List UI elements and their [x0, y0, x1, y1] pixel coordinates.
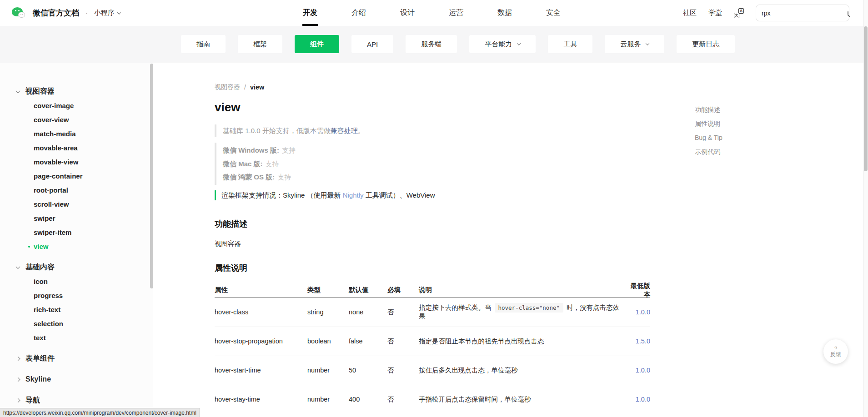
active-item-bullet [28, 246, 30, 248]
col-required: 必填 [387, 286, 419, 294]
nav-intro[interactable]: 介绍 [351, 0, 366, 26]
sidebar-item-text[interactable]: text [0, 331, 153, 345]
nightly-link[interactable]: Nightly [343, 191, 364, 199]
toc-feature[interactable]: 功能描述 [695, 103, 722, 117]
subnav-component[interactable]: 组件 [295, 35, 339, 53]
sidebar-item-rich-text[interactable]: rich-text [0, 303, 153, 317]
page-scrollbar-track[interactable] [863, 0, 868, 417]
question-icon: ? [834, 346, 837, 351]
attr-desc: 指定是否阻止本节点的祖先节点出现点击态 [419, 337, 625, 346]
sidebar-item-root-portal[interactable]: root-portal [0, 183, 153, 197]
wechat-logo-icon [12, 6, 28, 20]
sidebar-section-header[interactable]: 表单组件 [0, 351, 153, 366]
product-name: 小程序 [94, 9, 115, 17]
support-note: 基础库 1.0.0 开始支持，低版本需做兼容处理。 [215, 124, 681, 137]
col-default: 默认值 [349, 286, 387, 294]
sidebar-section-header[interactable]: Skyline [0, 372, 153, 387]
sidebar-section-form: 表单组件 [0, 351, 153, 366]
subnav-guide[interactable]: 指南 [181, 35, 226, 53]
subnav-cloud[interactable]: 云服务 [605, 35, 664, 53]
sidebar-item-selection[interactable]: selection [0, 317, 153, 331]
sidebar-item-scroll-view[interactable]: scroll-view [0, 197, 153, 211]
sidebar-item-movable-area[interactable]: movable-area [0, 141, 153, 155]
breadcrumb: 视图容器 / view [215, 83, 681, 91]
sidebar-item-icon[interactable]: icon [0, 274, 153, 288]
table-row: hover-start-time number 50 否 按住后多久出现点击态，… [215, 356, 650, 385]
breadcrumb-current: view [250, 84, 264, 91]
chevron-right-icon [16, 398, 20, 402]
attr-version-link[interactable]: 1.5.0 [625, 338, 650, 345]
toc-bug-tip[interactable]: Bug & Tip [695, 131, 722, 145]
subnav-changelog[interactable]: 更新日志 [677, 35, 735, 53]
sidebar-item-match-media[interactable]: match-media [0, 127, 153, 141]
sidebar-item-cover-view[interactable]: cover-view [0, 113, 153, 127]
feedback-button[interactable]: ? 反馈 [823, 339, 848, 364]
subnav-server[interactable]: 服务端 [406, 35, 457, 53]
attr-required: 否 [387, 337, 419, 346]
attr-type: boolean [307, 338, 349, 345]
chevron-right-icon [16, 356, 20, 361]
nav-security[interactable]: 安全 [546, 0, 561, 26]
col-version: 最低版本 [625, 282, 650, 299]
brand[interactable]: 微信官方文档 · 小程序 [12, 0, 120, 26]
sidebar-item-swiper-item[interactable]: swiper-item [0, 225, 153, 239]
toc-sample-code[interactable]: 示例代码 [695, 145, 722, 159]
translate-icon[interactable]: A 文 [734, 8, 744, 18]
sidebar-section-header[interactable]: 导航 [0, 393, 153, 407]
sidebar-item-page-container[interactable]: page-container [0, 169, 153, 183]
subnav-tools[interactable]: 工具 [548, 35, 592, 53]
sidebar-item-view[interactable]: view [0, 239, 153, 253]
platform-line-mac: 微信 Mac 版:支持 [223, 157, 681, 171]
page-scrollbar-thumb[interactable] [864, 26, 868, 171]
sidebar-section-basic-content: 基础内容 icon progress rich-text selection t… [0, 260, 153, 345]
link-preview-statusbar: https://developers.weixin.qq.com/minipro… [0, 408, 200, 417]
subnav-framework[interactable]: 框架 [238, 35, 282, 53]
render-framework-note: 渲染框架支持情况：Skyline （使用最新 Nightly 工具调试）、Web… [215, 190, 681, 200]
attr-required: 否 [387, 395, 419, 404]
nav-design[interactable]: 设计 [400, 0, 415, 26]
feature-body: 视图容器 [215, 239, 681, 248]
sidebar-item-movable-view[interactable]: movable-view [0, 155, 153, 169]
chevron-down-icon [646, 41, 649, 45]
subnav-platform[interactable]: 平台能力 [469, 35, 536, 53]
table-row: hover-class string none 否 指定按下去的样式类。当hov… [215, 298, 650, 327]
product-switcher[interactable]: 小程序 [94, 9, 120, 17]
platform-support-block: 微信 Windows 版:支持 微信 Mac 版:支持 微信 鸿蒙 OS 版:支… [215, 143, 681, 185]
search-input[interactable] [762, 10, 844, 17]
sidebar-item-progress[interactable]: progress [0, 288, 153, 303]
search-icon[interactable] [848, 11, 848, 15]
nav-data[interactable]: 数据 [497, 0, 512, 26]
col-attr: 属性 [215, 286, 307, 294]
attr-version-link[interactable]: 1.0.0 [625, 308, 650, 316]
toc-attributes[interactable]: 属性说明 [695, 117, 722, 131]
attr-type: number [307, 367, 349, 374]
platform-line-harmony: 微信 鸿蒙 OS 版:支持 [223, 170, 681, 184]
sidebar-section-header[interactable]: 视图容器 [0, 84, 153, 99]
sidebar: 视图容器 cover-image cover-view match-media … [0, 63, 153, 417]
attr-version-link[interactable]: 1.0.0 [625, 367, 650, 374]
subnav-api[interactable]: API [351, 35, 393, 53]
main-content: 视图容器 / view view 基础库 1.0.0 开始支持，低版本需做兼容处… [153, 63, 681, 414]
sidebar-section-view-container: 视图容器 cover-image cover-view match-media … [0, 84, 153, 253]
search-box[interactable] [756, 5, 849, 21]
table-row: hover-stop-propagation boolean false 否 指… [215, 327, 650, 356]
nav-operation[interactable]: 运营 [449, 0, 463, 26]
attr-desc: 指定按下去的样式类。当hover-class="none"时，没有点击态效果 [419, 303, 625, 321]
sidebar-scrollbar[interactable] [150, 64, 153, 288]
nav-dev[interactable]: 开发 [303, 0, 317, 26]
breadcrumb-parent[interactable]: 视图容器 [215, 83, 240, 91]
attr-desc: 按住后多久出现点击态，单位毫秒 [419, 366, 625, 375]
header-right: 社区 学堂 A 文 [683, 0, 849, 26]
attr-default: none [349, 308, 387, 316]
page-title: view [215, 100, 681, 114]
link-classroom[interactable]: 学堂 [708, 9, 722, 17]
attr-version-link[interactable]: 1.0.0 [625, 396, 650, 403]
attr-required: 否 [387, 308, 419, 317]
compat-link[interactable]: 兼容处理 [331, 127, 358, 134]
sidebar-section-header[interactable]: 基础内容 [0, 260, 153, 274]
chevron-down-icon [517, 41, 521, 45]
link-community[interactable]: 社区 [683, 9, 697, 17]
attr-desc: 手指松开后点击态保留时间，单位毫秒 [419, 395, 625, 404]
sidebar-item-swiper[interactable]: swiper [0, 211, 153, 225]
sidebar-item-cover-image[interactable]: cover-image [0, 99, 153, 113]
